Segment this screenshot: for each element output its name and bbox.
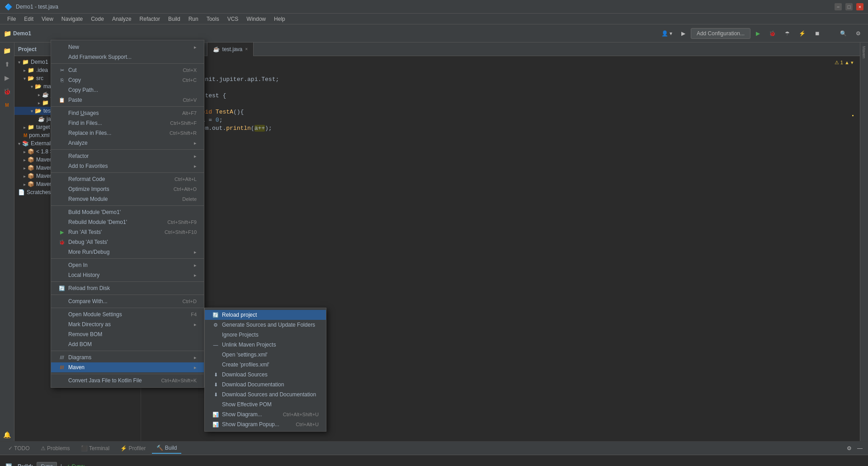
ctx-replace-in-files-shortcut: Ctrl+Shift+R [170, 130, 197, 136]
ctx-maven-show-diagram-label: Show Diagram... [222, 411, 262, 418]
ctx-debug-tests[interactable]: 🐞 Debug 'All Tests' [51, 237, 204, 247]
ctx-remove-bom[interactable]: Remove BOM [51, 329, 204, 339]
ctx-rebuild-module-shortcut: Ctrl+Shift+F9 [167, 219, 197, 225]
ctx-build-module[interactable]: Build Module 'Demo1' [51, 207, 204, 217]
ctx-find-in-files-label: Find in Files... [68, 120, 102, 126]
ctx-add-framework[interactable]: Add Framework Support... [51, 52, 204, 62]
ctx-run-tests-label: Run 'All Tests' [68, 229, 102, 235]
ctx-reload-disk-icon: 🔄 [58, 285, 66, 291]
ctx-new[interactable]: New ▸ [51, 42, 204, 52]
ctx-sep-10 [51, 351, 204, 351]
ctx-local-history[interactable]: Local History ▸ [51, 270, 204, 280]
ctx-remove-module-label: Remove Module [68, 196, 108, 202]
ctx-maven-reload-label: Reload project [222, 312, 257, 318]
ctx-cut[interactable]: ✂ Cut Ctrl+X [51, 65, 204, 75]
ctx-maven-unlink-icon: — [212, 342, 219, 347]
context-menu-maven: 🔄 Reload project ⚙ Generate Sources and … [204, 308, 326, 432]
ctx-maven-download-sources[interactable]: ⬇ Download Sources [205, 370, 326, 380]
ctx-maven-unlink[interactable]: — Unlink Maven Projects [205, 340, 326, 350]
ctx-reformat[interactable]: Reformat Code Ctrl+Alt+L [51, 174, 204, 184]
ctx-sep-11 [51, 374, 204, 374]
ctx-add-framework-label: Add Framework Support... [68, 54, 132, 60]
ctx-paste-icon: 📋 [58, 97, 66, 103]
ctx-replace-in-files[interactable]: Replace in Files... Ctrl+Shift+R [51, 128, 204, 138]
ctx-rebuild-module-label: Rebuild Module 'Demo1' [68, 219, 127, 225]
ctx-maven-show-diagram-icon: 📊 [212, 412, 219, 418]
ctx-maven-show-diagram-popup[interactable]: 📊 Show Diagram Popup... Ctrl+Alt+U [205, 419, 326, 429]
ctx-sep-9 [51, 308, 204, 308]
ctx-more-run-label: More Run/Debug [68, 249, 109, 255]
ctx-add-bom[interactable]: Add BOM [51, 339, 204, 349]
ctx-analyze[interactable]: Analyze ▸ [51, 138, 204, 148]
ctx-run-tests-shortcut: Ctrl+Shift+F10 [165, 229, 197, 235]
ctx-maven-show-diagram-popup-shortcut: Ctrl+Alt+U [296, 422, 319, 427]
ctx-sep-2 [51, 106, 204, 107]
ctx-maven-show-pom[interactable]: Show Effective POM [205, 399, 326, 409]
ctx-copy-label: Copy [68, 77, 81, 83]
ctx-maven-reload[interactable]: 🔄 Reload project [205, 310, 326, 320]
ctx-sep-8 [51, 295, 204, 295]
ctx-maven-download-docs-label: Download Documentation [222, 381, 284, 388]
ctx-add-favorites[interactable]: Add to Favorites ▸ [51, 161, 204, 171]
ctx-maven-generate[interactable]: ⚙ Generate Sources and Update Folders [205, 320, 326, 330]
ctx-maven-reload-icon: 🔄 [212, 312, 219, 318]
ctx-maven-download-docs[interactable]: ⬇ Download Documentation [205, 380, 326, 390]
ctx-optimize-imports-label: Optimize Imports [68, 186, 109, 192]
ctx-copy-path[interactable]: Copy Path... [51, 85, 204, 95]
ctx-compare-with[interactable]: Compare With... Ctrl+D [51, 296, 204, 306]
ctx-remove-module[interactable]: Remove Module Delete [51, 194, 204, 204]
ctx-maven-generate-icon: ⚙ [212, 322, 219, 328]
ctx-remove-module-shortcut: Delete [182, 196, 197, 202]
ctx-copy[interactable]: ⎘ Copy Ctrl+C [51, 75, 204, 85]
ctx-maven-create-profiles[interactable]: Create 'profiles.xml' [205, 360, 326, 370]
ctx-copy-icon: ⎘ [58, 77, 66, 83]
ctx-reformat-shortcut: Ctrl+Alt+L [175, 176, 197, 182]
ctx-module-settings[interactable]: Open Module Settings F4 [51, 309, 204, 319]
ctx-maven-download-sources-label: Download Sources [222, 371, 268, 378]
ctx-more-run[interactable]: More Run/Debug ▸ [51, 247, 204, 257]
ctx-cut-label: Cut [68, 67, 77, 73]
ctx-diagrams[interactable]: /// Diagrams ▸ [51, 352, 204, 362]
ctx-copy-shortcut: Ctrl+C [183, 77, 197, 83]
ctx-add-favorites-arrow: ▸ [194, 163, 197, 169]
ctx-find-usages-shortcut: Alt+F7 [182, 110, 197, 116]
ctx-cut-icon: ✂ [58, 67, 66, 73]
ctx-maven-download-docs-icon: ⬇ [212, 382, 219, 388]
context-menu-primary: New ▸ Add Framework Support... ✂ Cut Ctr… [51, 40, 204, 388]
ctx-paste[interactable]: 📋 Paste Ctrl+V [51, 95, 204, 105]
ctx-reload-disk[interactable]: 🔄 Reload from Disk [51, 283, 204, 293]
ctx-maven-open-settings-label: Open 'settings.xml' [222, 352, 268, 358]
ctx-maven-download-sources-docs-icon: ⬇ [212, 392, 219, 398]
ctx-run-tests[interactable]: ▶ Run 'All Tests' Ctrl+Shift+F10 [51, 227, 204, 237]
ctx-new-arrow: ▸ [194, 44, 197, 50]
ctx-maven-download-sources-docs[interactable]: ⬇ Download Sources and Documentation [205, 390, 326, 399]
ctx-compare-with-label: Compare With... [68, 298, 108, 304]
ctx-reformat-label: Reformat Code [68, 176, 105, 182]
ctx-maven[interactable]: /// Maven ▸ [51, 362, 204, 372]
ctx-maven-show-diagram[interactable]: 📊 Show Diagram... Ctrl+Alt+Shift+U [205, 409, 326, 419]
ctx-open-in[interactable]: Open In ▸ [51, 260, 204, 270]
ctx-maven-open-settings[interactable]: Open 'settings.xml' [205, 350, 326, 360]
ctx-diagrams-arrow: ▸ [194, 355, 197, 361]
ctx-sep-4 [51, 172, 204, 173]
ctx-add-bom-label: Add BOM [68, 341, 92, 347]
ctx-find-in-files-shortcut: Ctrl+Shift+F [170, 120, 197, 126]
ctx-cut-shortcut: Ctrl+X [183, 67, 197, 73]
ctx-new-label: New [68, 44, 79, 50]
ctx-analyze-label: Analyze [68, 140, 88, 146]
ctx-mark-directory-arrow: ▸ [194, 322, 197, 328]
ctx-diagrams-icon: /// [58, 355, 66, 360]
ctx-maven-download-sources-icon: ⬇ [212, 372, 219, 378]
ctx-mark-directory[interactable]: Mark Directory as ▸ [51, 319, 204, 329]
ctx-replace-in-files-label: Replace in Files... [68, 130, 111, 136]
ctx-convert-kotlin[interactable]: Convert Java File to Kotlin File Ctrl+Al… [51, 376, 204, 385]
ctx-maven-ignore[interactable]: Ignore Projects [205, 330, 326, 340]
ctx-find-usages[interactable]: Find Usages Alt+F7 [51, 108, 204, 118]
ctx-refactor-label: Refactor [68, 153, 89, 159]
ctx-optimize-imports[interactable]: Optimize Imports Ctrl+Alt+O [51, 184, 204, 194]
ctx-local-history-arrow: ▸ [194, 272, 197, 278]
ctx-refactor[interactable]: Refactor ▸ [51, 151, 204, 161]
ctx-add-favorites-label: Add to Favorites [68, 163, 108, 169]
ctx-rebuild-module[interactable]: Rebuild Module 'Demo1' Ctrl+Shift+F9 [51, 217, 204, 227]
ctx-find-in-files[interactable]: Find in Files... Ctrl+Shift+F [51, 118, 204, 128]
